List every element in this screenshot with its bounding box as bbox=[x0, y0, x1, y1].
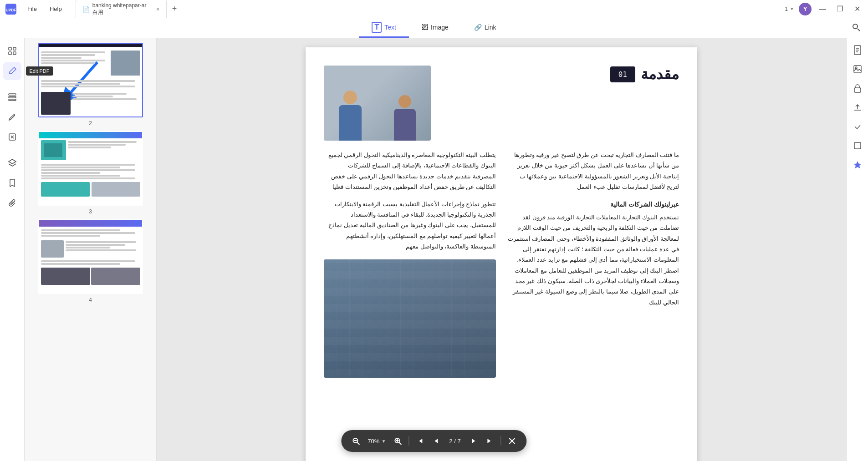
link-tool-label: Link bbox=[485, 24, 496, 31]
right-sidebar-star-icon[interactable] bbox=[849, 157, 866, 173]
thumb-preview-3 bbox=[39, 132, 142, 205]
text-tool-icon: T bbox=[372, 22, 382, 33]
go-prev-page-button[interactable] bbox=[429, 434, 444, 448]
go-first-page-button[interactable] bbox=[413, 434, 427, 448]
svg-rect-10 bbox=[9, 99, 16, 101]
go-last-page-button[interactable] bbox=[483, 434, 497, 448]
thumb-number-4: 4 bbox=[89, 297, 92, 303]
svg-marker-24 bbox=[854, 161, 861, 168]
app-logo: UPDF bbox=[5, 3, 17, 15]
thumbnail-panel: 2 bbox=[25, 38, 157, 461]
thumb-frame-3 bbox=[38, 131, 143, 206]
right-col-body: ما فتئت المصارف التجارية تبحث عن طرق لتص… bbox=[507, 150, 679, 193]
right-col-heading: عبرلبنولك الشركات المالية bbox=[507, 199, 679, 210]
sidebar-item-layers[interactable] bbox=[3, 154, 21, 172]
page-separator: / bbox=[454, 438, 457, 445]
right-sidebar-lock-icon[interactable] bbox=[849, 80, 866, 96]
sidebar-item-bookmark[interactable] bbox=[3, 174, 21, 192]
bottom-zoom-toolbar: 70% ▼ 2 / 7 bbox=[341, 430, 526, 452]
zoom-out-button[interactable] bbox=[348, 434, 363, 448]
tab-close-button[interactable]: × bbox=[156, 6, 160, 12]
text-tool-label: Text bbox=[384, 24, 396, 31]
toolbar-divider-2 bbox=[501, 436, 501, 446]
svg-rect-7 bbox=[13, 52, 16, 55]
link-tool-icon: 🔗 bbox=[474, 24, 482, 31]
section-title-ar: مقدمة bbox=[641, 66, 679, 83]
tab-label: banking whitepapar-ar白用 bbox=[92, 2, 151, 16]
right-col-body2: تستخدم البنوك التجارية المعاملات التجاري… bbox=[507, 212, 679, 308]
page-version-indicator: 1 ▼ bbox=[785, 6, 794, 12]
right-sidebar-check-icon[interactable] bbox=[849, 118, 866, 135]
svg-line-29 bbox=[399, 442, 401, 445]
thumb-number-2: 2 bbox=[89, 120, 92, 127]
sidebar-divider-2 bbox=[5, 150, 19, 150]
svg-rect-22 bbox=[854, 88, 861, 92]
zoom-in-button[interactable] bbox=[390, 434, 405, 448]
minimize-button[interactable]: — bbox=[816, 3, 829, 15]
close-toolbar-button[interactable] bbox=[505, 434, 520, 448]
left-col-para2: تتطور نماذج وإجراءات الأعمال التقليدية ب… bbox=[324, 199, 496, 252]
sidebar-item-redact[interactable] bbox=[3, 128, 21, 146]
left-text-column: يتطلب البيئة التكنولوجية المعاصرة والدين… bbox=[324, 150, 496, 378]
search-icon[interactable] bbox=[852, 23, 861, 34]
sidebar-item-organize[interactable] bbox=[3, 88, 21, 106]
right-sidebar-image-icon[interactable] bbox=[849, 61, 866, 77]
tab-icon: 📄 bbox=[82, 6, 90, 13]
menu-help[interactable]: Help bbox=[44, 4, 67, 14]
svg-text:UPDF: UPDF bbox=[6, 8, 16, 12]
zoom-level-display[interactable]: 70% ▼ bbox=[365, 438, 388, 445]
toolbar-text-button[interactable]: T Text bbox=[359, 18, 408, 38]
section-number-box: 01 bbox=[610, 66, 635, 82]
active-tab[interactable]: 📄 banking whitepapar-ar白用 × bbox=[76, 0, 167, 20]
sidebar-right bbox=[846, 38, 868, 461]
thumb-frame-4 bbox=[38, 219, 143, 294]
sidebar-divider-1 bbox=[5, 84, 19, 84]
image-tool-icon: 🖼 bbox=[422, 24, 428, 31]
svg-rect-8 bbox=[9, 94, 16, 95]
toolbar-image-button[interactable]: 🖼 Image bbox=[409, 20, 461, 36]
thumb-preview-4 bbox=[39, 220, 142, 293]
page-navigation-display: 2 / 7 bbox=[445, 438, 464, 445]
svg-rect-23 bbox=[854, 142, 861, 149]
right-sidebar-upload-icon[interactable] bbox=[849, 99, 866, 116]
building-image: // Building windows effect rendered inli… bbox=[324, 259, 496, 378]
close-button[interactable]: ✕ bbox=[851, 3, 863, 15]
thumb-number-3: 3 bbox=[89, 208, 92, 215]
right-text-column: ما فتئت المصارف التجارية تبحث عن طرق لتص… bbox=[507, 150, 679, 378]
right-sidebar-pdf-icon[interactable] bbox=[849, 42, 866, 58]
new-tab-button[interactable]: + bbox=[168, 2, 181, 15]
page-top-section: 01 مقدمة bbox=[324, 66, 679, 141]
titlebar-right: 1 ▼ Y — ❐ ✕ bbox=[785, 3, 863, 15]
user-avatar[interactable]: Y bbox=[799, 3, 812, 15]
svg-rect-20 bbox=[854, 66, 861, 73]
right-sidebar-box-icon[interactable] bbox=[849, 137, 866, 154]
page-header-image bbox=[324, 66, 431, 141]
sidebar-item-thumbnails[interactable] bbox=[3, 42, 21, 60]
svg-rect-9 bbox=[9, 96, 16, 98]
pdf-page-canvas: 01 مقدمة ما فتئت المصارف التجارية تبحث ع… bbox=[306, 47, 697, 461]
svg-rect-4 bbox=[9, 47, 11, 50]
sidebar-item-edit-pdf[interactable]: Edit PDF bbox=[3, 62, 21, 80]
section-heading: 01 مقدمة bbox=[610, 66, 679, 83]
maximize-button[interactable]: ❐ bbox=[833, 3, 846, 15]
toolbar-link-button[interactable]: 🔗 Link bbox=[461, 20, 509, 36]
menu-file[interactable]: File bbox=[22, 4, 42, 14]
tab-area: 📄 banking whitepapar-ar白用 × + bbox=[76, 0, 781, 19]
sidebar-item-attachment[interactable] bbox=[3, 194, 21, 212]
main-toolbar: T Text 🖼 Image 🔗 Link bbox=[0, 18, 868, 38]
section-title-area: 01 مقدمة bbox=[610, 66, 679, 83]
image-tool-label: Image bbox=[431, 24, 449, 31]
svg-rect-5 bbox=[13, 47, 16, 50]
main-content: 01 مقدمة ما فتئت المصارف التجارية تبحث ع… bbox=[157, 38, 846, 461]
zoom-level-text: 70% bbox=[368, 438, 379, 445]
menu-bar: File Help bbox=[22, 4, 67, 14]
thumbnail-4[interactable]: 4 bbox=[25, 219, 156, 303]
svg-rect-6 bbox=[9, 52, 11, 55]
go-next-page-button[interactable] bbox=[466, 434, 481, 448]
thumb-preview-2 bbox=[39, 44, 142, 117]
thumbnail-2[interactable]: 2 bbox=[25, 43, 156, 127]
thumbnail-3[interactable]: 3 bbox=[25, 131, 156, 215]
sidebar-item-annotate[interactable] bbox=[3, 108, 21, 126]
total-pages: 7 bbox=[457, 438, 460, 445]
svg-line-3 bbox=[858, 29, 860, 31]
